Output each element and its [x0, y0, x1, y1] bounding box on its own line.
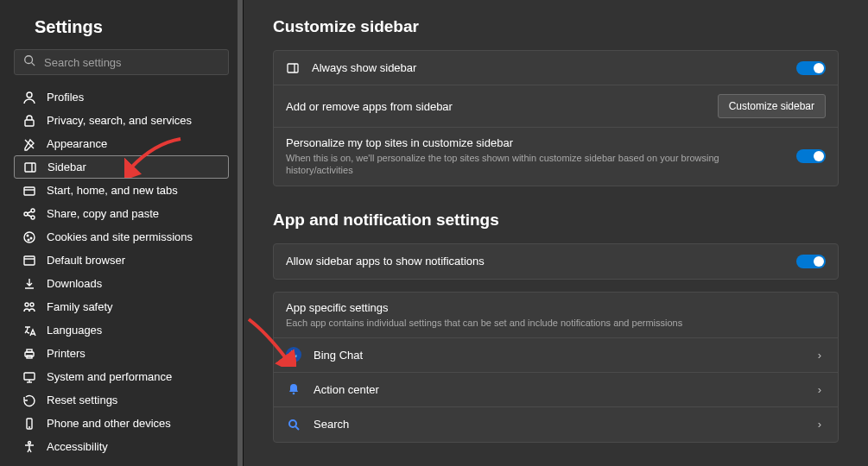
- nav-family-safety[interactable]: Family safety: [14, 295, 229, 318]
- svg-line-34: [295, 426, 299, 430]
- toggle-allow-notifications[interactable]: [796, 255, 826, 268]
- section-title-customize: Customize sidebar: [273, 17, 839, 36]
- tabs-icon: [22, 184, 36, 198]
- search-settings-field[interactable]: [14, 49, 229, 75]
- customize-sidebar-button[interactable]: Customize sidebar: [718, 94, 826, 118]
- nav-profiles[interactable]: Profiles: [14, 85, 229, 109]
- nav-printers[interactable]: Printers: [14, 342, 229, 365]
- row-label: Always show sidebar: [312, 61, 784, 74]
- nav-appearance[interactable]: Appearance: [14, 132, 229, 155]
- share-icon: [22, 207, 36, 221]
- chevron-right-icon: ›: [814, 349, 826, 362]
- nav-label: Cookies and site permissions: [47, 230, 193, 243]
- row-sublabel: When this is on, we'll personalize the t…: [286, 152, 784, 177]
- nav-label: Default browser: [47, 254, 125, 267]
- nav-label: Reset settings: [47, 394, 117, 406]
- svg-point-16: [28, 239, 29, 241]
- toggle-personalize-top-sites[interactable]: [796, 149, 826, 163]
- nav-accessibility[interactable]: Accessibility: [14, 435, 229, 458]
- settings-nav: Profiles Privacy, search, and services A…: [14, 85, 229, 458]
- app-label: Bing Chat: [314, 349, 801, 362]
- row-label: Add or remove apps from sidebar: [286, 100, 706, 113]
- nav-label: Downloads: [47, 277, 102, 290]
- row-app-search[interactable]: Search ›: [274, 407, 838, 442]
- phone-icon: [22, 417, 36, 431]
- nav-default-browser[interactable]: Default browser: [14, 249, 229, 272]
- paint-icon: [22, 137, 36, 151]
- row-app-specific-header: App specific settings Each app contains …: [274, 293, 838, 338]
- svg-point-9: [31, 209, 35, 212]
- nav-cookies[interactable]: Cookies and site permissions: [14, 225, 229, 249]
- svg-point-10: [31, 216, 35, 219]
- svg-point-0: [25, 56, 33, 64]
- search-icon: [286, 417, 301, 432]
- nav-label: Profiles: [47, 91, 84, 104]
- svg-rect-30: [288, 64, 298, 72]
- section-title-appnotif: App and notification settings: [273, 211, 839, 230]
- nav-share-copy[interactable]: Share, copy and paste: [14, 202, 229, 225]
- svg-rect-4: [25, 163, 35, 172]
- nav-phone[interactable]: Phone and other devices: [14, 412, 229, 435]
- svg-rect-22: [27, 350, 32, 352]
- printer-icon: [22, 347, 36, 361]
- svg-point-14: [27, 235, 29, 236]
- nav-label: Appearance: [47, 137, 107, 150]
- nav-downloads[interactable]: Downloads: [14, 272, 229, 295]
- cookies-icon: [22, 230, 36, 244]
- nav-reset[interactable]: Reset settings: [14, 388, 229, 412]
- sidebar-icon: [23, 161, 37, 174]
- row-addremove-apps: Add or remove apps from sidebar Customiz…: [274, 85, 838, 128]
- nav-label: Privacy, search, and services: [47, 114, 192, 127]
- family-icon: [22, 300, 36, 314]
- row-personalize-top-sites: Personalize my top sites in customize si…: [274, 128, 838, 186]
- svg-rect-17: [24, 256, 35, 265]
- nav-start-home[interactable]: Start, home, and new tabs: [14, 179, 229, 202]
- search-icon: [23, 54, 35, 70]
- nav-label: Sidebar: [48, 161, 86, 173]
- system-icon: [22, 370, 36, 384]
- svg-point-2: [27, 92, 32, 98]
- nav-label: Phone and other devices: [47, 417, 171, 430]
- svg-line-1: [32, 63, 35, 66]
- row-allow-notifications: Allow sidebar apps to show notifications: [274, 244, 838, 279]
- panel-allow-notifications: Allow sidebar apps to show notifications: [273, 243, 839, 280]
- search-input[interactable]: [44, 56, 219, 69]
- svg-point-13: [24, 232, 35, 242]
- row-label: Personalize my top sites in customize si…: [286, 136, 513, 149]
- nav-sidebar[interactable]: Sidebar: [14, 155, 229, 179]
- nav-privacy[interactable]: Privacy, search, and services: [14, 109, 229, 132]
- svg-point-33: [289, 420, 296, 427]
- panel-app-specific: App specific settings Each app contains …: [273, 292, 839, 443]
- toggle-always-show-sidebar[interactable]: [796, 61, 826, 75]
- nav-label: System and performance: [47, 370, 172, 383]
- lock-icon: [22, 114, 36, 128]
- browser-icon: [22, 254, 36, 268]
- nav-label: Start, home, and new tabs: [47, 184, 178, 197]
- svg-rect-3: [25, 120, 34, 126]
- svg-line-11: [28, 211, 31, 213]
- row-sublabel: Each app contains individual settings th…: [286, 317, 826, 329]
- row-app-action-center[interactable]: Action center ›: [274, 373, 838, 407]
- nav-label: Languages: [47, 324, 102, 337]
- bell-icon: [286, 381, 301, 397]
- svg-rect-6: [24, 187, 35, 195]
- row-label: App specific settings: [286, 301, 389, 314]
- row-always-show-sidebar: Always show sidebar: [274, 51, 838, 85]
- nav-languages[interactable]: Languages: [14, 318, 229, 342]
- row-app-bing-chat[interactable]: Bing Chat ›: [274, 338, 838, 373]
- sidebar-icon: [286, 61, 300, 75]
- profile-icon: [22, 91, 36, 104]
- download-icon: [22, 277, 36, 291]
- chevron-right-icon: ›: [814, 383, 826, 396]
- svg-point-15: [30, 237, 32, 239]
- reset-icon: [22, 394, 36, 407]
- svg-point-8: [24, 212, 28, 216]
- settings-content: Customize sidebar Always show sidebar Ad…: [244, 0, 868, 466]
- settings-sidebar: Settings Profiles Privacy, search, and s…: [0, 0, 244, 466]
- svg-point-29: [29, 441, 31, 444]
- app-label: Action center: [314, 383, 801, 396]
- language-icon: [22, 324, 36, 337]
- nav-system[interactable]: System and performance: [14, 365, 229, 388]
- nav-label: Accessibility: [47, 440, 108, 453]
- app-label: Search: [314, 418, 801, 431]
